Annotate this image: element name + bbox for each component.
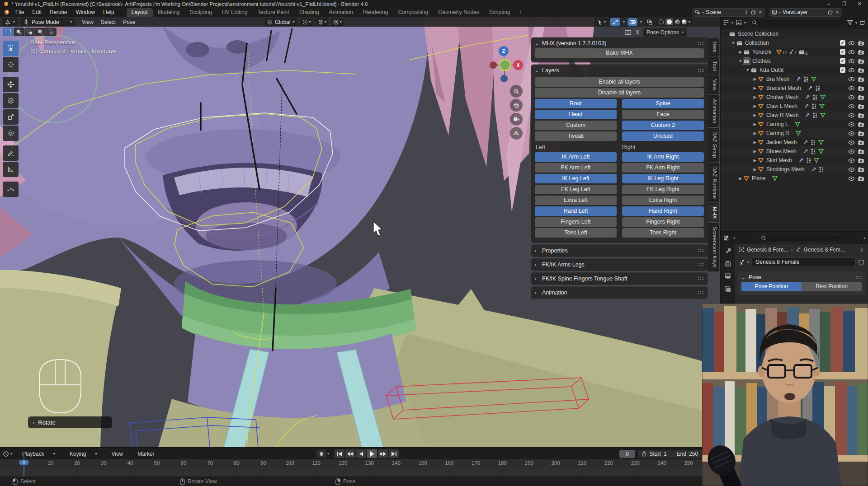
overlays-toggle[interactable] [627,18,637,26]
section-header-fk-ik-arms-legs[interactable]: ›FK/IK Arms Legs [535,260,704,270]
layer-button-fingers-left[interactable]: Fingers Left [535,217,617,227]
render-camera-icon[interactable] [858,130,864,137]
collapse-arrow-icon[interactable]: ▼ [738,59,743,63]
layer-button-extra-left[interactable]: Extra Left [535,196,617,205]
visibility-eye-icon[interactable] [848,94,855,101]
drag-handle-icon[interactable] [698,249,704,253]
menu-file[interactable]: File [11,8,28,17]
pivot-point-dropdown[interactable]: ▾ [300,18,313,26]
frame-tick-20[interactable]: 20 [74,460,80,466]
chevron-down-icon[interactable]: ▾ [623,20,625,24]
render-camera-icon[interactable] [858,121,864,128]
render-camera-icon[interactable] [858,94,864,101]
output-tab-icon[interactable] [724,273,731,280]
visibility-eye-icon[interactable] [848,157,855,164]
visibility-eye-icon[interactable] [848,67,855,74]
selectability-dropdown[interactable]: ▾ [595,18,608,26]
layer-button-spine[interactable]: Spine [622,99,704,108]
visibility-eye-icon[interactable] [848,130,855,137]
remove-icon[interactable]: ✕ [835,9,840,15]
outliner-row-kda-outfit[interactable]: ▼Kda Outfit✓ [721,65,868,75]
section-header-animation[interactable]: ›Animation [535,288,704,298]
expand-arrow-icon[interactable]: ▶ [738,176,743,181]
select-box-tool[interactable] [3,41,19,56]
chevron-down-icon[interactable]: ▾ [327,452,329,456]
checkbox-checked[interactable]: ✓ [840,40,845,46]
next-key-button[interactable] [378,449,388,458]
expand-arrow-icon[interactable]: ▶ [752,104,758,108]
tab-sculpting[interactable]: Sculpting [185,8,217,17]
sidebar-tab-screencast-keys[interactable]: Screencast Keys [708,223,719,271]
chevron-down-icon[interactable]: ▾ [640,20,642,24]
visibility-eye-icon[interactable] [848,85,855,92]
mirror-x-label[interactable]: X [636,29,639,36]
gizmo-y-axis[interactable] [500,60,510,70]
playhead[interactable] [24,456,24,477]
gizmo-negative-z[interactable] [500,75,508,82]
rest-position-button[interactable]: Rest Position [802,282,862,291]
jump-end-button[interactable] [389,449,399,458]
tab-texture-paint[interactable]: Texture Paint [253,8,294,17]
sidebar-tab-animation[interactable]: Animation [708,95,719,127]
transform-tool[interactable] [3,126,19,141]
layer-button-root[interactable]: Root [535,99,617,108]
frame-tick-180[interactable]: 180 [498,460,507,466]
butterfly-mirror-icon[interactable] [624,29,632,36]
pan-button[interactable] [510,99,523,112]
box-select-intersect-button[interactable] [46,28,57,36]
tab-rendering[interactable]: Rendering [358,8,393,17]
properties-editor-icon[interactable] [723,235,730,241]
frame-tick-10[interactable]: 10 [47,460,53,466]
outliner-row-bracelet-mesh[interactable]: ▶Bracelet Mesh [721,84,868,93]
expand-arrow-icon[interactable]: ▶ [752,113,758,117]
expand-arrow-icon[interactable]: ▶ [752,149,758,154]
checkbox-checked[interactable]: ✓ [840,49,845,55]
visibility-eye-icon[interactable] [848,139,855,146]
layer-button-custom[interactable]: Custom [535,121,617,130]
chevron-down-icon[interactable]: ▾ [747,260,749,264]
proportional-edit-dropdown[interactable]: ▾ [331,18,344,26]
render-camera-icon[interactable] [858,85,864,92]
layer-button-ik-leg-right[interactable]: IK Leg Right [622,174,704,183]
viewlayer-selector[interactable]: ▾ ViewLayer ✕ [769,8,842,17]
visibility-eye-icon[interactable] [848,148,855,155]
outliner-row-plane[interactable]: ▶Plane [721,174,868,183]
material-shading-button[interactable] [675,19,680,24]
blender-menu-icon[interactable] [0,9,11,15]
mode-dropdown[interactable]: Pose Mode ▾ [20,18,75,26]
visibility-eye-icon[interactable] [848,40,855,47]
new-collection-icon[interactable] [859,19,866,26]
properties-search-input[interactable] [757,234,841,243]
wireframe-shading-button[interactable] [659,19,664,24]
frame-tick-190[interactable]: 190 [525,460,533,466]
render-camera-icon[interactable] [858,40,864,47]
frame-tick-230[interactable]: 230 [631,460,640,466]
layer-button-hand-right[interactable]: Hand Right [622,206,704,216]
gizmos-toggle[interactable] [610,18,620,26]
editor-type-button[interactable]: ▾ [2,18,18,26]
pose-position-button[interactable]: Pose Position [741,282,802,291]
visibility-eye-icon[interactable] [848,121,855,128]
outliner-row-skirt-mesh[interactable]: ▶Skirt Mesh [721,156,868,165]
layer-button-hand-left[interactable]: Hand Left [535,206,617,216]
box-select-subtract-button[interactable] [35,28,46,36]
layer-button-toes-right[interactable]: Toes Right [622,228,704,238]
timeline-menu-keying[interactable]: Keying▾ [62,451,104,457]
outliner-row-clothes[interactable]: ▼Clothes✓ [721,56,868,65]
add-workspace-button[interactable]: + [515,9,526,15]
move-tool[interactable] [3,77,19,92]
armature-icon[interactable] [739,259,745,266]
frame-tick-50[interactable]: 50 [154,460,160,466]
camera-view-button[interactable] [510,113,523,126]
snap-dropdown[interactable]: ▾ [316,18,328,26]
outliner-row-yoruichi[interactable]: ▶Yoruichi1222✓ [721,47,868,56]
menu-render[interactable]: Render [46,8,71,17]
render-camera-icon[interactable] [858,58,864,65]
timeline-editor-icon[interactable] [3,451,9,457]
layer-button-face[interactable]: Face [622,110,704,119]
box-select-extend-button[interactable] [24,28,35,36]
frame-tick-130[interactable]: 130 [365,460,374,466]
layers-section-header[interactable]: ⌄ Layers [535,65,704,75]
zoom-button[interactable] [510,85,523,98]
outliner-row-claw-r-mesh[interactable]: ▶Claw R Mesh [721,111,868,120]
